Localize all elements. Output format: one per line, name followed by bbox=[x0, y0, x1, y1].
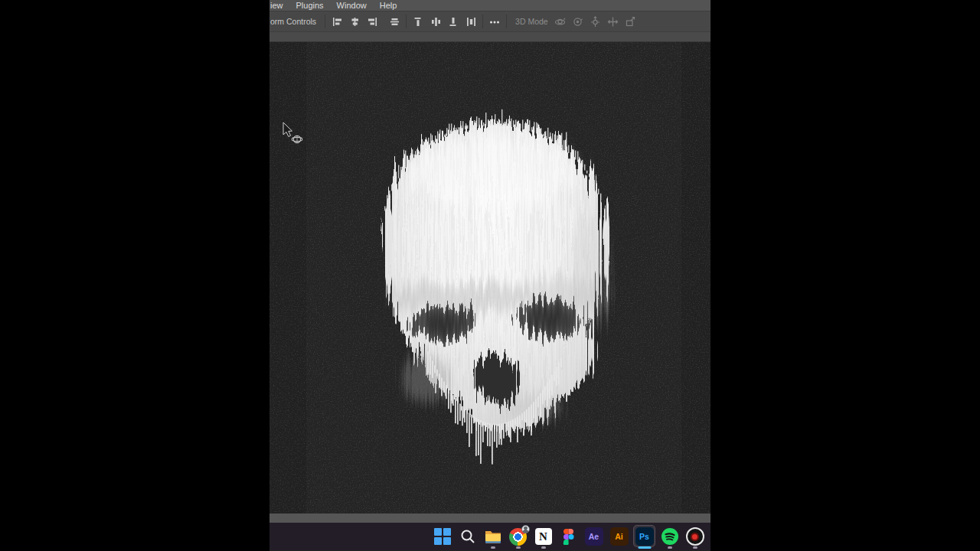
options-bar: orm Controls bbox=[270, 11, 710, 32]
windows-taskbar: N Ae Ai Ps bbox=[270, 523, 710, 550]
align-right-edges-icon[interactable] bbox=[364, 14, 380, 29]
taskbar-file-explorer-button[interactable] bbox=[480, 523, 505, 550]
spotify-icon bbox=[661, 527, 679, 546]
screen-recorder-icon bbox=[686, 527, 704, 546]
letterbox-left bbox=[0, 0, 270, 551]
separator bbox=[482, 15, 483, 28]
slide-3d-camera-icon bbox=[606, 14, 621, 29]
taskbar-illustrator-button[interactable]: Ai bbox=[606, 523, 632, 550]
distribute-vertical-centers-icon[interactable] bbox=[463, 14, 479, 29]
search-icon bbox=[459, 527, 477, 546]
separator bbox=[506, 15, 507, 28]
taskbar-after-effects-button[interactable]: Ae bbox=[581, 523, 606, 550]
horizontal-scrollbar[interactable] bbox=[270, 514, 710, 523]
running-indicator bbox=[516, 546, 521, 549]
running-indicator bbox=[491, 546, 495, 549]
canvas-area[interactable] bbox=[270, 42, 710, 514]
running-indicator bbox=[693, 546, 697, 549]
distribute-tools-group bbox=[410, 14, 479, 29]
photoshop-icon: Ps bbox=[635, 527, 654, 546]
chrome-icon bbox=[509, 527, 528, 546]
orbit-3d-camera-icon bbox=[553, 14, 568, 29]
photoshop-window: iew Plugins Window Help orm Controls bbox=[270, 0, 710, 551]
taskbar-figma-button[interactable] bbox=[556, 523, 581, 550]
roll-3d-camera-icon bbox=[570, 14, 586, 29]
taskbar-chrome-button[interactable] bbox=[505, 523, 531, 550]
taskbar-screen-recorder-button[interactable] bbox=[682, 523, 707, 550]
letterbox-right bbox=[710, 0, 980, 551]
document-tab-bar bbox=[270, 32, 710, 42]
running-indicator bbox=[541, 546, 546, 549]
zoom-3d-camera-icon bbox=[623, 14, 639, 29]
illustrator-icon: Ai bbox=[610, 527, 629, 546]
distribute-bottom-edges-icon[interactable] bbox=[446, 14, 461, 29]
taskbar-items: N Ae Ai Ps bbox=[430, 523, 707, 550]
align-left-edges-icon[interactable] bbox=[329, 14, 345, 29]
windows-start-icon bbox=[433, 527, 452, 546]
menu-item-help[interactable]: Help bbox=[380, 1, 397, 10]
menu-item-plugins[interactable]: Plugins bbox=[296, 1, 324, 10]
align-vertical-centers-icon[interactable] bbox=[387, 14, 402, 29]
distribute-horizontal-centers-icon[interactable] bbox=[428, 14, 443, 29]
taskbar-notion-button[interactable]: N bbox=[531, 523, 556, 550]
show-transform-controls-label[interactable]: orm Controls bbox=[270, 17, 321, 26]
taskbar-photoshop-button[interactable]: Ps bbox=[632, 523, 657, 550]
taskbar-start-button[interactable] bbox=[430, 523, 455, 550]
active-app-underline bbox=[638, 546, 651, 549]
menu-item-window[interactable]: Window bbox=[337, 1, 367, 10]
figma-icon bbox=[560, 527, 578, 546]
align-tools-group bbox=[329, 14, 402, 29]
running-indicator bbox=[668, 546, 672, 549]
menu-item-view[interactable]: iew bbox=[270, 1, 283, 10]
align-horizontal-centers-icon[interactable] bbox=[347, 14, 362, 29]
taskbar-search-button[interactable] bbox=[455, 523, 480, 550]
3d-mode-label: 3D Mode bbox=[511, 17, 553, 26]
notion-icon: N bbox=[535, 528, 552, 545]
drag-3d-camera-icon bbox=[588, 14, 603, 29]
distribute-top-edges-icon[interactable] bbox=[410, 14, 426, 29]
skull-artwork bbox=[270, 42, 710, 514]
separator bbox=[406, 15, 407, 28]
menu-bar: iew Plugins Window Help bbox=[270, 0, 710, 11]
file-explorer-icon bbox=[484, 527, 502, 546]
mouse-cursor-3d-orbit-icon bbox=[280, 122, 306, 148]
after-effects-icon: Ae bbox=[585, 527, 603, 546]
chrome-profile-avatar bbox=[521, 525, 530, 533]
taskbar-spotify-button[interactable] bbox=[657, 523, 682, 550]
more-align-options-icon[interactable] bbox=[487, 14, 502, 29]
3d-mode-tools-group bbox=[553, 14, 639, 29]
separator bbox=[325, 15, 325, 28]
